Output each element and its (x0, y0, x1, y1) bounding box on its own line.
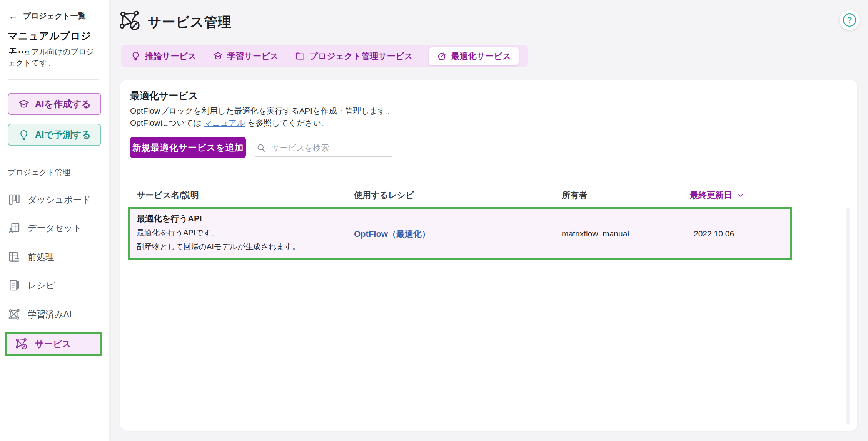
service-network-link-icon (15, 337, 28, 350)
project-management-section-label: プロジェクト管理 (8, 167, 70, 178)
predict-ai-label: AIで予測する (35, 129, 91, 141)
lightbulb-icon (18, 129, 30, 141)
owner-value: matrixflow_manual (562, 229, 629, 238)
search-icon (256, 143, 266, 153)
svg-text:A: A (9, 228, 13, 234)
dataset-icon: A (8, 221, 21, 235)
back-to-projects-link[interactable]: ← プロジェクト一覧 (8, 11, 86, 21)
sidebar-item-dataset[interactable]: A データセット (8, 218, 101, 238)
tab-project-management-service[interactable]: プロジェクト管理サービス (295, 50, 413, 62)
service-description-line1: 最適化を行うAPIです。 (137, 228, 219, 238)
tab-label: 最適化サービス (451, 50, 511, 62)
sidebar-item-preprocessing[interactable]: 前処理 (8, 247, 101, 267)
sidebar-item-services[interactable]: サービス (5, 332, 102, 356)
col-header-recipe: 使用するレシピ (354, 189, 414, 201)
description-prefix: OptFlowについては (130, 118, 204, 127)
arrow-left-icon: ← (8, 12, 18, 21)
predict-ai-button[interactable]: AIで予測する (8, 124, 101, 146)
sidebar-item-label: サービス (35, 338, 71, 350)
sidebar-divider (8, 79, 99, 80)
sidebar-item-trained-ai[interactable]: 学習済みAI (8, 304, 101, 324)
col-header-service-name: サービス名/説明 (137, 189, 199, 201)
recipe-link[interactable]: OptFlow（最適化） (354, 228, 430, 240)
col-header-owner: 所有者 (562, 189, 587, 201)
folder-icon (295, 51, 305, 61)
service-management-icon (119, 9, 142, 32)
sidebar-item-label: 学習済みAI (28, 309, 72, 320)
tab-label: 推論サービス (145, 50, 197, 62)
create-ai-button[interactable]: AIを作成する (8, 93, 101, 115)
card-heading: 最適化サービス (130, 89, 198, 102)
question-mark-icon: ? (843, 13, 856, 27)
manual-link[interactable]: マニュアル (204, 118, 245, 127)
create-ai-label: AIを作成する (35, 98, 91, 110)
tab-optimization-service[interactable]: 最適化サービス (429, 47, 519, 65)
help-button[interactable]: ? (840, 10, 860, 30)
card-description-line1: OptFlowブロックを利用した最適化を実行するAPIを作成・管理します。 (130, 106, 394, 116)
table-row-optimization-api[interactable]: 最適化を行うAPI 最適化を行うAPIです。 副産物として回帰のAIモデルが生成… (128, 207, 792, 260)
vertical-scrollbar[interactable] (846, 207, 850, 425)
optimization-service-card: 最適化サービス OptFlowブロックを利用した最適化を実行するAPIを作成・管… (120, 80, 857, 431)
add-optimization-service-button[interactable]: 新規最適化サービスを追加 (130, 137, 246, 158)
chevron-down-icon (736, 191, 744, 200)
col-header-last-updated-sort[interactable]: 最終更新日 (690, 189, 744, 201)
sidebar-item-dashboard[interactable]: ダッシュボード (8, 189, 101, 210)
preprocess-table-icon (8, 250, 21, 263)
service-description-line2: 副産物として回帰のAIモデルが生成されます。 (137, 241, 300, 252)
toolbar-divider (129, 173, 850, 173)
lightbulb-icon (130, 51, 141, 61)
tab-label: プロジェクト管理サービス (309, 50, 413, 62)
sidebar-item-label: 前処理 (28, 251, 54, 263)
dashboard-icon (8, 193, 21, 206)
sidebar-item-label: レシピ (28, 280, 55, 292)
sidebar: ← プロジェクト一覧 マニュアルプロジェ... マニュアル向けのプロジェクトです… (0, 0, 109, 441)
last-updated-value: 2022 10 06 (694, 229, 734, 238)
service-name: 最適化を行うAPI (137, 213, 202, 225)
project-description: マニュアル向けのプロジェクトです。 (8, 46, 101, 69)
graduation-cap-icon (18, 98, 30, 110)
card-description-line2: OptFlowについては マニュアル を参照してください。 (130, 117, 329, 128)
neural-network-icon (8, 308, 21, 321)
service-search-field[interactable] (255, 139, 392, 157)
sidebar-divider (8, 156, 99, 156)
sidebar-item-label: データセット (28, 222, 82, 234)
page-title: サービス管理 (148, 13, 232, 31)
tab-inference-service[interactable]: 推論サービス (130, 50, 197, 62)
recipe-document-icon (8, 279, 21, 292)
col-header-label: 最終更新日 (690, 189, 732, 201)
sidebar-item-label: ダッシュボード (28, 194, 91, 206)
service-type-tabbar: 推論サービス 学習サービス プロジェクト管理サービス 最適化サービス (121, 45, 528, 67)
target-dart-icon (437, 51, 447, 61)
tab-training-service[interactable]: 学習サービス (213, 50, 279, 62)
graduation-cap-icon (213, 51, 223, 61)
search-input[interactable] (272, 143, 390, 153)
description-suffix: を参照してください。 (245, 118, 329, 127)
back-link-label: プロジェクト一覧 (23, 11, 86, 21)
sidebar-item-recipe[interactable]: レシピ (8, 275, 101, 295)
tab-label: 学習サービス (227, 50, 279, 62)
